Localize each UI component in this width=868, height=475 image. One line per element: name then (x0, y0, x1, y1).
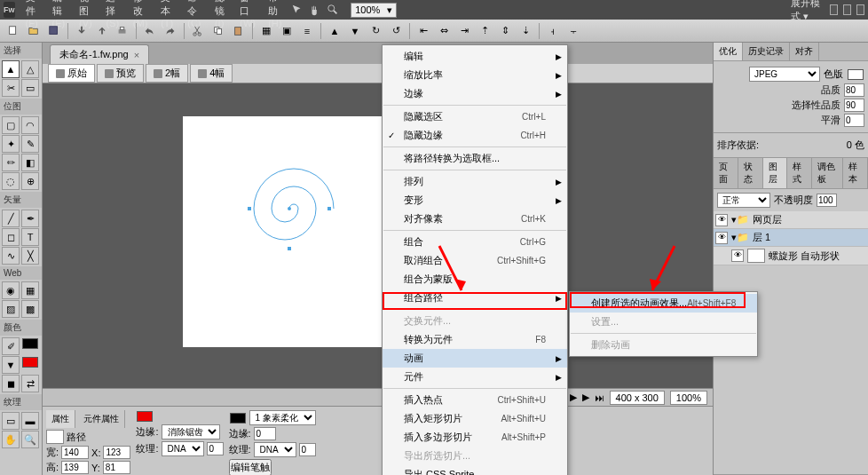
prop-tab-symbol[interactable]: 元件属性 (78, 410, 125, 428)
fill-swatch[interactable] (22, 357, 38, 368)
pencil-tool[interactable]: ✏ (2, 154, 20, 171)
menu-item[interactable]: 创建所选的动画效果...Alt+Shift+F8 (570, 294, 757, 313)
arrange-back-icon[interactable]: ▼ (345, 22, 365, 40)
texture-pct[interactable] (207, 442, 224, 455)
menu-item[interactable]: 隐藏选区Ctrl+L (383, 107, 567, 126)
fill-color[interactable] (137, 411, 153, 422)
stroke-tex-select[interactable]: DNA (254, 442, 296, 457)
nav-next-icon[interactable]: ▶ (582, 392, 589, 403)
text-tool[interactable]: T (21, 228, 39, 246)
edit-stroke-button[interactable]: 编辑笔触 (229, 459, 272, 475)
tab-styles[interactable]: 样式 (787, 158, 812, 188)
menu-item[interactable]: 插入多边形切片Alt+Shift+P (383, 428, 567, 447)
zoom-icon[interactable] (326, 1, 340, 19)
layer-web[interactable]: 👁 ▾📁 网页层 (714, 211, 868, 229)
align-right-icon[interactable]: ⇥ (454, 22, 474, 40)
lasso-tool[interactable]: ◠ (21, 116, 39, 134)
edge-select[interactable]: 消除锯齿 (162, 424, 220, 439)
subselect-tool[interactable]: △ (21, 60, 39, 78)
view-4up[interactable]: 4幅 (190, 64, 233, 83)
opacity-input[interactable] (817, 194, 837, 207)
quality-input[interactable] (844, 83, 864, 97)
zoom-status[interactable]: 100% (670, 391, 707, 405)
rotate-cw-icon[interactable]: ↻ (366, 22, 385, 40)
undo-icon[interactable] (140, 22, 160, 40)
zoom-tool[interactable]: 🔍 (21, 431, 39, 448)
eyedropper-tool[interactable]: ✐ (2, 337, 20, 355)
matte-swatch[interactable] (848, 69, 864, 80)
y-input[interactable] (103, 461, 130, 474)
shape-tool[interactable]: ◻ (2, 228, 20, 246)
redo-icon[interactable] (161, 22, 180, 40)
copy-icon[interactable] (209, 22, 228, 40)
tab-layers[interactable]: 图层 (763, 158, 788, 188)
distribute-h-icon[interactable]: ⫞ (543, 22, 563, 40)
arrange-front-icon[interactable]: ▲ (325, 22, 344, 40)
window-close[interactable] (856, 4, 864, 15)
align-center-icon[interactable]: ⇔ (434, 22, 454, 40)
visibility-icon[interactable]: 👁 (715, 232, 728, 244)
knife-tool[interactable]: ╳ (21, 247, 39, 265)
width-input[interactable] (61, 446, 89, 459)
x-input[interactable] (103, 446, 130, 459)
blur-tool[interactable]: ◌ (2, 172, 20, 190)
new-icon[interactable] (4, 22, 23, 40)
stroke-tex-pct[interactable] (299, 443, 316, 456)
marquee-tool[interactable]: ▢ (2, 116, 20, 134)
align-left-icon[interactable]: ⇤ (414, 22, 433, 40)
animation-submenu[interactable]: 创建所选的动画效果...Alt+Shift+F8设置...删除动画 (569, 291, 758, 357)
view-2up[interactable]: 2幅 (146, 64, 188, 83)
rotate-ccw-icon[interactable]: ↺ (386, 22, 406, 40)
tab-optimize[interactable]: 优化 (714, 43, 743, 60)
line-tool[interactable]: ╱ (2, 210, 20, 227)
menu-item[interactable]: 排列▶ (383, 172, 567, 191)
menu-item[interactable]: 组合为蒙版 (383, 270, 567, 289)
pen-tool[interactable]: ✒ (21, 210, 39, 227)
context-menu[interactable]: 编辑▶缩放比率▶边缘▶隐藏选区Ctrl+L✓隐藏边缘Ctrl+H将路径转换为选取… (382, 44, 568, 475)
freeform-tool[interactable]: ∿ (2, 247, 20, 265)
tab-swatches[interactable]: 样本 (843, 158, 868, 188)
stroke-type[interactable]: 1 象素柔化 (249, 410, 316, 425)
tab-palette[interactable]: 调色板 (812, 158, 843, 188)
document-tab[interactable]: 未命名-1.fw.png × (50, 44, 149, 64)
crop-tool[interactable]: ✂ (2, 79, 20, 97)
tab-align[interactable]: 对齐 (790, 43, 819, 60)
print-icon[interactable] (113, 22, 132, 40)
prop-tab-properties[interactable]: 属性 (46, 410, 75, 428)
menu-item[interactable]: 将路径转换为选取框... (383, 149, 567, 168)
format-select[interactable]: JPEG (749, 67, 820, 82)
menu-item[interactable]: 动画▶ (383, 349, 567, 368)
distribute-v-icon[interactable]: ⫟ (564, 22, 583, 40)
slice-tool[interactable]: ▦ (21, 281, 39, 299)
menu-item[interactable]: 缩放比率▶ (383, 66, 567, 84)
wand-tool[interactable]: ✦ (2, 135, 20, 153)
import-icon[interactable] (72, 22, 91, 40)
menu-item[interactable]: 插入热点Ctrl+Shift+U (383, 391, 567, 409)
nav-play-icon[interactable]: ▶ (570, 392, 577, 403)
visibility-icon[interactable]: 👁 (731, 249, 744, 262)
canvas-size[interactable]: 400 x 300 (610, 391, 665, 405)
height-input[interactable] (61, 461, 89, 474)
menu-item[interactable]: 组合路径▶ (383, 289, 567, 307)
texture-select[interactable]: DNA (162, 441, 204, 456)
menu-item[interactable]: 元件▶ (383, 368, 567, 386)
menu-item[interactable]: ✓隐藏边缘Ctrl+H (383, 126, 567, 145)
hand-tool[interactable]: ✋ (2, 431, 20, 448)
spiral-shape[interactable] (227, 146, 351, 271)
menu-item[interactable]: 插入矩形切片Alt+Shift+U (383, 409, 567, 428)
paste-icon[interactable] (229, 22, 249, 40)
view-original[interactable]: 原始 (48, 64, 95, 83)
stroke-swatch[interactable] (22, 338, 38, 349)
layer-1[interactable]: 👁 ▾📁 层 1 (714, 229, 868, 247)
pointer-icon[interactable] (290, 1, 304, 19)
tab-history[interactable]: 历史记录 (743, 43, 790, 60)
stamp-tool[interactable]: ⊕ (21, 172, 39, 190)
menu-item[interactable]: 对齐像素Ctrl+K (383, 210, 567, 228)
save-icon[interactable] (44, 22, 64, 40)
menu-item[interactable]: 边缘▶ (383, 84, 567, 103)
tab-states[interactable]: 状态 (738, 158, 763, 188)
view-preview[interactable]: 预览 (97, 64, 144, 83)
window-restore[interactable] (843, 4, 851, 15)
screen-full[interactable]: ▬ (21, 412, 39, 430)
hotspot-tool[interactable]: ◉ (2, 281, 20, 299)
